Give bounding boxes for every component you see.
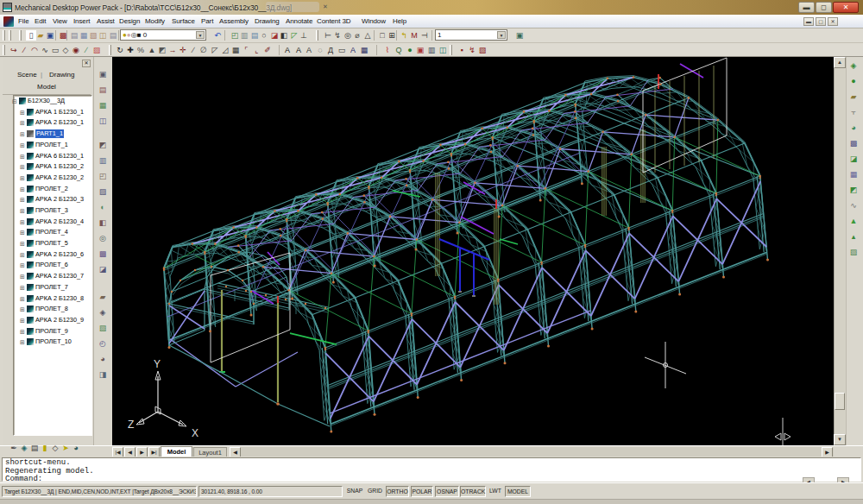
svg-text:X: X [192,427,198,439]
svg-text:Y: Y [154,358,161,370]
svg-text:Z: Z [128,419,134,431]
